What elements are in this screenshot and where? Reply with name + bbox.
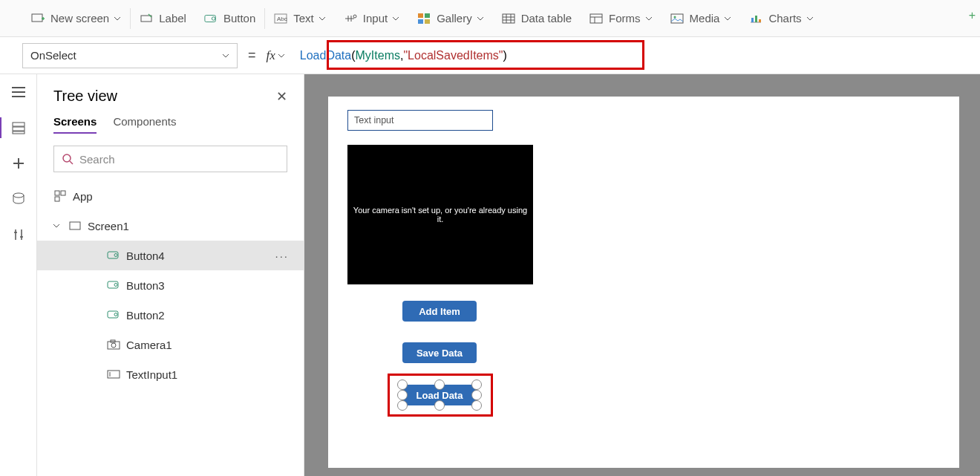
svg-rect-19 (13, 127, 24, 131)
main-area: Tree view ✕ Screens Components Search Ap… (0, 74, 980, 476)
svg-rect-25 (55, 197, 59, 201)
insert-input-menu[interactable]: Input (335, 0, 408, 36)
tree: App Screen1 Button4 ··· Button3 Button2 (37, 181, 304, 389)
charts-icon (749, 12, 762, 25)
svg-rect-29 (108, 281, 118, 288)
formula-token-id: MyItems (356, 49, 400, 62)
svg-rect-0 (32, 14, 42, 22)
hamburger-icon[interactable] (10, 83, 27, 101)
svg-rect-1 (141, 16, 151, 22)
button-icon (107, 278, 120, 292)
text-input-placeholder: Text input (354, 115, 394, 125)
svg-text:Abc: Abc (277, 16, 287, 22)
close-icon[interactable]: ✕ (276, 88, 287, 105)
tools-icon[interactable] (10, 226, 27, 244)
tree-node-app[interactable]: App (37, 181, 304, 211)
svg-rect-2 (205, 15, 215, 22)
chevron-down-icon (222, 52, 229, 59)
input-icon (344, 12, 357, 25)
svg-rect-24 (61, 191, 65, 195)
canvas-area: Text input Your camera isn't set up, or … (304, 74, 980, 476)
svg-rect-16 (755, 16, 757, 22)
artboard-screen1[interactable]: Text input Your camera isn't set up, or … (328, 97, 959, 468)
insert-text-menu[interactable]: Abc Text (265, 0, 335, 36)
svg-point-30 (114, 284, 117, 287)
tab-components[interactable]: Components (113, 115, 176, 134)
svg-rect-9 (418, 19, 423, 24)
new-screen-label: New screen (50, 12, 109, 25)
tree-label: TextInput1 (126, 368, 177, 381)
insert-datatable-button[interactable]: Data table (493, 0, 581, 36)
insert-label-button[interactable]: Label (131, 0, 195, 36)
insert-icon[interactable] (10, 154, 27, 172)
svg-point-3 (212, 16, 215, 20)
chevron-down-icon (278, 52, 285, 59)
search-icon (62, 153, 74, 165)
gallery-label: Gallery (437, 12, 472, 25)
new-screen-menu[interactable]: New screen (22, 0, 130, 36)
button-text: Button (223, 12, 255, 25)
panel-title: Tree view (53, 88, 117, 105)
tree-node-button3[interactable]: Button3 (37, 270, 304, 300)
svg-point-6 (353, 15, 356, 18)
tree-label: Camera1 (126, 339, 172, 351)
fx-button[interactable]: fx (267, 48, 285, 63)
tree-view-icon[interactable] (10, 119, 27, 137)
media-label: Media (690, 12, 720, 25)
svg-point-34 (111, 343, 116, 348)
svg-rect-17 (759, 19, 761, 22)
canvas-button-save[interactable]: Save Data (402, 342, 477, 363)
button-icon (107, 308, 120, 322)
tree-label: Button2 (126, 309, 165, 322)
more-icon[interactable]: ··· (275, 250, 289, 262)
equals-sign: = (248, 48, 256, 63)
data-icon[interactable] (10, 190, 27, 208)
camera-icon (107, 338, 120, 351)
svg-rect-23 (55, 191, 59, 195)
tree-node-camera1[interactable]: Camera1 (37, 330, 304, 359)
search-input[interactable]: Search (53, 146, 287, 172)
canvas-text-input[interactable]: Text input (347, 110, 493, 131)
table-icon (502, 12, 515, 25)
property-selector[interactable]: OnSelect (22, 43, 238, 68)
tree-node-textinput1[interactable]: TextInput1 (37, 359, 304, 389)
tree-node-button4[interactable]: Button4 ··· (37, 241, 304, 270)
left-rail (0, 74, 37, 476)
chevron-down-icon (806, 15, 814, 22)
svg-rect-10 (425, 19, 430, 24)
screen-icon (31, 12, 45, 25)
media-icon (670, 12, 684, 25)
formula-bar: OnSelect = fx LoadData( MyItems, "LocalS… (0, 37, 980, 74)
insert-gallery-menu[interactable]: Gallery (408, 0, 493, 36)
add-icon[interactable]: + (969, 9, 976, 22)
svg-rect-26 (70, 222, 80, 229)
canvas-camera[interactable]: Your camera isn't set up, or you're alre… (347, 145, 533, 284)
chevron-down-icon (392, 15, 399, 22)
svg-point-22 (63, 154, 71, 162)
tree-label: App (73, 190, 93, 203)
gallery-icon (417, 12, 431, 25)
tree-node-button2[interactable]: Button2 (37, 300, 304, 330)
insert-forms-menu[interactable]: Forms (581, 0, 662, 36)
chevron-down-icon[interactable] (52, 221, 62, 230)
insert-charts-menu[interactable]: Charts (740, 0, 822, 36)
ribbon-toolbar: New screen Label Button Abc Text Input G… (0, 0, 980, 37)
svg-rect-27 (108, 252, 118, 258)
canvas-button-add[interactable]: Add Item (402, 301, 477, 322)
insert-button-button[interactable]: Button (195, 0, 264, 36)
app-icon (53, 189, 67, 203)
label-text: Label (159, 12, 186, 25)
svg-rect-15 (751, 18, 754, 22)
search-placeholder: Search (79, 153, 115, 166)
formula-token-str: "LocalSavedItems" (403, 49, 503, 62)
insert-media-menu[interactable]: Media (662, 0, 741, 36)
datatable-label: Data table (521, 12, 572, 25)
tree-label: Screen1 (88, 220, 129, 232)
formula-input[interactable]: LoadData( MyItems, "LocalSavedItems" ) (295, 43, 958, 68)
forms-icon (589, 12, 603, 25)
svg-rect-31 (108, 311, 118, 318)
tab-screens[interactable]: Screens (53, 115, 97, 134)
tree-node-screen1[interactable]: Screen1 (37, 211, 304, 241)
chevron-down-icon (318, 15, 326, 22)
button-icon (107, 249, 120, 262)
